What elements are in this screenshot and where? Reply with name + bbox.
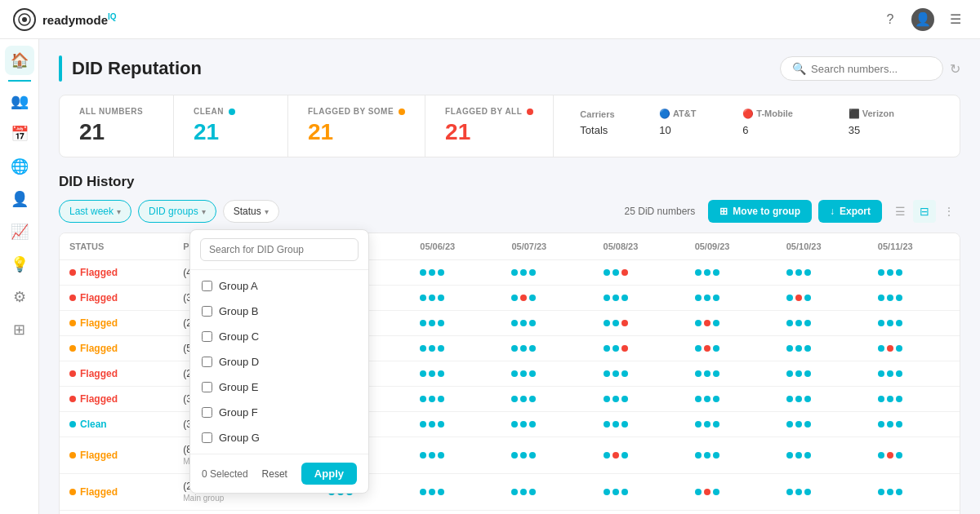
cell-phone: (217) 555-0113Primary group: [173, 511, 318, 515]
table-row: Flagged (217) 555-0113Primary group: [60, 511, 960, 515]
sidebar-item-users[interactable]: 👥: [5, 86, 34, 116]
move-icon: ⊞: [719, 206, 728, 217]
status-filter[interactable]: Status ▾: [223, 200, 279, 223]
col-status: Status: [60, 233, 173, 260]
clean-dot: [229, 109, 235, 115]
flagged-all-dot: [527, 109, 533, 115]
group-search-input[interactable]: [200, 238, 359, 261]
cell-d6: [777, 361, 868, 387]
reset-button[interactable]: Reset: [256, 465, 294, 483]
cell-d6: [777, 260, 868, 286]
sidebar-item-settings[interactable]: ⚙: [5, 282, 34, 312]
status-dot: [69, 295, 76, 301]
status-dot: [69, 396, 76, 402]
cell-d3: [501, 387, 593, 412]
menu-icon[interactable]: ☰: [944, 8, 967, 31]
sidebar-item-grid[interactable]: ⊞: [5, 315, 34, 344]
cell-d4: [594, 361, 685, 387]
cell-d3: [501, 412, 593, 437]
cell-d2: [410, 387, 501, 412]
checkbox-group-b[interactable]: [202, 306, 212, 317]
sidebar-item-people[interactable]: 👤: [5, 184, 34, 214]
cell-d2: [410, 437, 501, 474]
cell-d7: [868, 437, 960, 474]
checkbox-group-f[interactable]: [202, 407, 212, 418]
cell-status: Flagged: [60, 511, 173, 515]
sidebar: 🏠 👥 📅 🌐 👤 📈 💡 ⚙ ⊞: [0, 39, 39, 514]
cell-d7: [868, 311, 960, 336]
sidebar-item-globe[interactable]: 🌐: [5, 152, 34, 181]
col-d5: 05/09/23: [685, 233, 777, 260]
refresh-button[interactable]: ↻: [950, 61, 960, 77]
cell-d4: [594, 311, 685, 336]
sidebar-item-bulb[interactable]: 💡: [5, 250, 34, 279]
verizon-header: ⬛ Verizon: [842, 107, 940, 121]
stat-clean: CLEAN 21: [174, 95, 288, 157]
dropdown-item-group-g[interactable]: Group G: [190, 425, 368, 450]
stat-flagged-all-label: FLAGGED BY ALL: [445, 107, 533, 116]
cell-d2: [410, 286, 501, 311]
att-total: 10: [653, 121, 736, 140]
export-icon: ↓: [830, 206, 835, 217]
cell-d3: [501, 260, 593, 286]
dropdown-item-group-b[interactable]: Group B: [190, 299, 368, 324]
sidebar-item-calendar[interactable]: 📅: [5, 119, 34, 148]
checkbox-group-d[interactable]: [202, 357, 212, 367]
cell-d5: [685, 361, 777, 387]
cell-d5: [685, 286, 777, 311]
cell-d4: [594, 412, 685, 437]
chevron-down-icon: ▾: [117, 207, 121, 216]
checkbox-group-e[interactable]: [202, 382, 212, 392]
cell-d2: [410, 412, 501, 437]
last-week-filter[interactable]: Last week ▾: [59, 200, 131, 223]
checkbox-group-c[interactable]: [202, 331, 212, 342]
status-dot: [69, 489, 76, 495]
status-dot: [69, 452, 76, 459]
dropdown-item-group-f[interactable]: Group F: [190, 400, 368, 425]
search-input[interactable]: [811, 63, 931, 75]
cell-d4: [594, 286, 685, 311]
chevron-down-icon-status: ▾: [265, 207, 269, 216]
att-icon: 🔵: [659, 109, 670, 118]
cell-d4: [594, 437, 685, 474]
sidebar-item-chart[interactable]: 📈: [5, 217, 34, 246]
help-icon[interactable]: ?: [879, 8, 902, 31]
dropdown-list: Group A Group B Group C Group D Group E …: [190, 270, 368, 454]
dropdown-item-group-c[interactable]: Group C: [190, 324, 368, 349]
cell-d5: [685, 437, 777, 474]
checkbox-group-a[interactable]: [202, 281, 212, 291]
dropdown-item-group-d[interactable]: Group D: [190, 349, 368, 374]
att-header: 🔵 AT&T: [653, 107, 736, 121]
export-button[interactable]: ↓ Export: [818, 200, 882, 223]
verizon-total: 35: [842, 121, 940, 140]
apply-button[interactable]: Apply: [301, 463, 357, 485]
view-toggle: ☰ ⊟ ⋮: [889, 200, 960, 223]
sidebar-item-home[interactable]: 🏠: [5, 46, 34, 75]
cell-d7: [868, 286, 960, 311]
columns-view-button[interactable]: ⋮: [938, 200, 960, 223]
verizon-icon: ⬛: [849, 109, 860, 118]
cell-d6: [777, 387, 868, 412]
status-dot: [69, 320, 76, 326]
tmobile-total: 6: [736, 121, 841, 140]
dropdown-search-area: [190, 230, 368, 270]
cell-d6: [777, 336, 868, 361]
cell-d5: [685, 336, 777, 361]
dropdown-item-group-e[interactable]: Group E: [190, 374, 368, 400]
nav-actions: ? 👤 ☰: [879, 8, 967, 31]
move-to-group-button[interactable]: ⊞ Move to group: [708, 200, 812, 223]
cell-status: Flagged: [60, 437, 173, 474]
cell-d2: [410, 311, 501, 336]
list-view-button[interactable]: ☰: [889, 200, 911, 223]
dropdown-item-group-a[interactable]: Group A: [190, 273, 368, 299]
user-avatar[interactable]: 👤: [911, 8, 934, 31]
col-d3: 05/07/23: [501, 233, 593, 260]
did-groups-filter[interactable]: DID groups ▾: [138, 200, 216, 223]
top-nav: readymodeIQ ? 👤 ☰: [0, 0, 980, 39]
cell-d4: [594, 511, 685, 515]
search-box[interactable]: 🔍: [780, 56, 943, 81]
grid-view-button[interactable]: ⊟: [913, 200, 936, 223]
cell-d2: [410, 336, 501, 361]
checkbox-group-g[interactable]: [202, 432, 212, 443]
stat-all-numbers: ALL NUMBERS 21: [60, 95, 174, 157]
